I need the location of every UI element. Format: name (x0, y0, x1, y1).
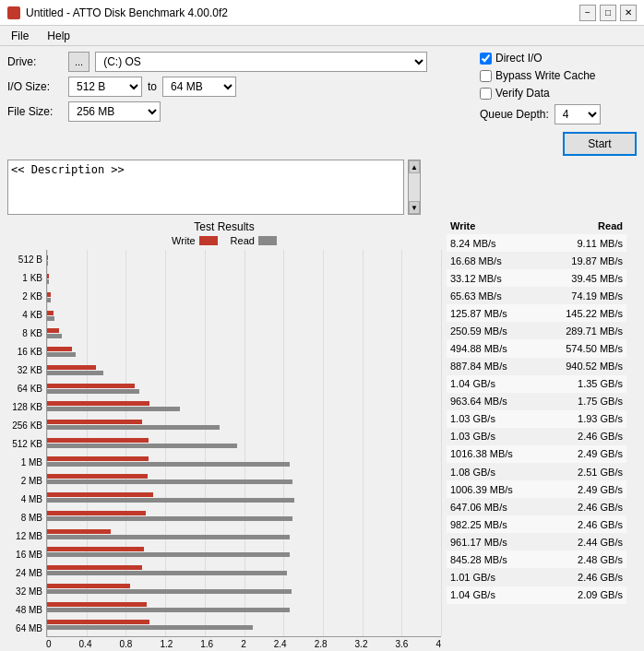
read-legend: Read (231, 235, 277, 246)
table-row: 1.04 GB/s1.35 GB/s (447, 375, 626, 393)
io-size-row: I/O Size: 512 B to 64 MB (7, 77, 472, 97)
grid-line (441, 250, 442, 636)
table-row: 982.25 MB/s2.46 GB/s (447, 515, 626, 533)
read-value: 1.75 GB/s (578, 396, 623, 407)
write-bar (47, 565, 142, 570)
drive-row: Drive: ... (C:) OS (7, 52, 472, 72)
bypass-write-cache-checkbox[interactable] (480, 70, 492, 82)
y-label: 16 MB (7, 550, 42, 560)
read-value: 2.51 GB/s (578, 467, 623, 478)
chart-section: Test Results Write Read 512 B1 KB2 KB4 K… (7, 220, 637, 651)
y-label: 24 MB (7, 568, 42, 578)
bar-row (47, 616, 441, 633)
table-row: 963.64 MB/s1.75 GB/s (447, 393, 626, 410)
write-bar (47, 620, 149, 624)
read-value: 2.46 GB/s (578, 502, 623, 513)
maximize-button[interactable]: □ (600, 5, 616, 21)
x-label: 1.2 (160, 639, 173, 649)
verify-data-row: Verify Data (480, 87, 637, 100)
read-bar (47, 261, 48, 266)
scroll-up-arrow[interactable]: ▲ (409, 160, 420, 173)
write-bar (47, 347, 72, 351)
read-col-header: Read (598, 220, 623, 231)
drive-browse-button[interactable]: ... (68, 52, 89, 72)
bar-row (47, 507, 441, 525)
read-bar (47, 407, 180, 411)
read-value: 2.48 GB/s (578, 554, 623, 565)
table-row: 1.03 GB/s2.46 GB/s (447, 428, 626, 445)
read-bar (47, 279, 49, 284)
x-label: 2 (241, 639, 246, 649)
write-bar (47, 292, 51, 297)
read-value: 145.22 MB/s (566, 308, 623, 319)
write-value: 1.04 GB/s (450, 378, 495, 389)
data-table-header: Write Read (447, 220, 626, 231)
description-textarea[interactable]: << Description >> (7, 160, 404, 215)
y-label: 32 MB (7, 586, 42, 597)
minimize-button[interactable]: − (579, 5, 596, 21)
read-value: 1.35 GB/s (578, 378, 623, 389)
io-from-select[interactable]: 512 B (68, 77, 142, 97)
data-rows-container: 8.24 MB/s9.11 MB/s16.68 MB/s19.87 MB/s33… (447, 234, 626, 604)
write-legend-box (199, 236, 218, 245)
write-bar (47, 274, 49, 278)
y-label: 1 KB (7, 273, 42, 283)
table-row: 1016.38 MB/s2.49 GB/s (447, 445, 626, 463)
window-title: Untitled - ATTO Disk Benchmark 4.00.0f2 (26, 6, 228, 19)
drive-select[interactable]: (C:) OS (95, 52, 427, 72)
bar-row (47, 270, 441, 288)
table-row: 125.87 MB/s145.22 MB/s (447, 304, 626, 322)
io-to-select[interactable]: 64 MB (162, 77, 236, 97)
menu-help[interactable]: Help (43, 30, 74, 42)
bar-row (47, 416, 441, 433)
y-label: 64 KB (7, 384, 42, 394)
x-label: 3.2 (355, 639, 368, 649)
menu-file[interactable]: File (7, 30, 32, 42)
write-value: 16.68 MB/s (450, 255, 502, 266)
verify-data-checkbox[interactable] (480, 88, 492, 100)
read-bar (47, 444, 237, 448)
read-value: 2.49 GB/s (578, 484, 623, 495)
read-value: 39.45 MB/s (571, 273, 623, 284)
direct-io-checkbox[interactable] (480, 53, 492, 65)
read-bar (47, 462, 290, 467)
bar-row (47, 361, 441, 379)
table-row: 961.17 MB/s2.44 GB/s (447, 533, 626, 550)
bar-row (47, 543, 441, 561)
write-value: 33.12 MB/s (450, 273, 502, 284)
file-size-select[interactable]: 256 MB (68, 101, 161, 122)
direct-io-row: Direct I/O (480, 52, 637, 65)
bar-row (47, 252, 441, 269)
read-value: 74.19 MB/s (571, 290, 623, 302)
top-section: Drive: ... (C:) OS I/O Size: 512 B to 64… (7, 52, 637, 156)
read-bar (47, 352, 76, 357)
bar-row (47, 580, 441, 598)
bar-row (47, 489, 441, 506)
bar-row (47, 343, 441, 361)
scroll-down-arrow[interactable]: ▼ (409, 201, 420, 214)
write-value: 982.25 MB/s (450, 519, 507, 530)
x-label: 2.8 (315, 639, 328, 649)
description-scrollbar[interactable]: ▲ ▼ (408, 160, 421, 215)
read-bar (47, 516, 292, 521)
y-label: 1 MB (7, 457, 42, 468)
queue-depth-select[interactable]: 4 (555, 104, 601, 124)
read-value: 2.46 GB/s (578, 431, 623, 442)
y-label: 32 KB (7, 365, 42, 375)
y-label: 16 KB (7, 347, 42, 357)
x-label: 0 (46, 639, 52, 649)
close-button[interactable]: ✕ (620, 5, 637, 21)
write-bar (47, 456, 149, 461)
write-bar (47, 584, 130, 588)
table-row: 1.03 GB/s1.93 GB/s (447, 410, 626, 428)
bypass-cache-row: Bypass Write Cache (480, 69, 637, 82)
write-value: 963.64 MB/s (450, 396, 507, 407)
write-bar (47, 420, 142, 424)
write-bar (47, 328, 59, 333)
drive-label: Drive: (7, 55, 63, 68)
start-button[interactable]: Start (563, 132, 637, 156)
y-label: 2 KB (7, 291, 42, 302)
bar-row (47, 453, 441, 470)
write-value: 647.06 MB/s (450, 502, 507, 513)
queue-depth-row: Queue Depth: 4 (480, 104, 637, 124)
